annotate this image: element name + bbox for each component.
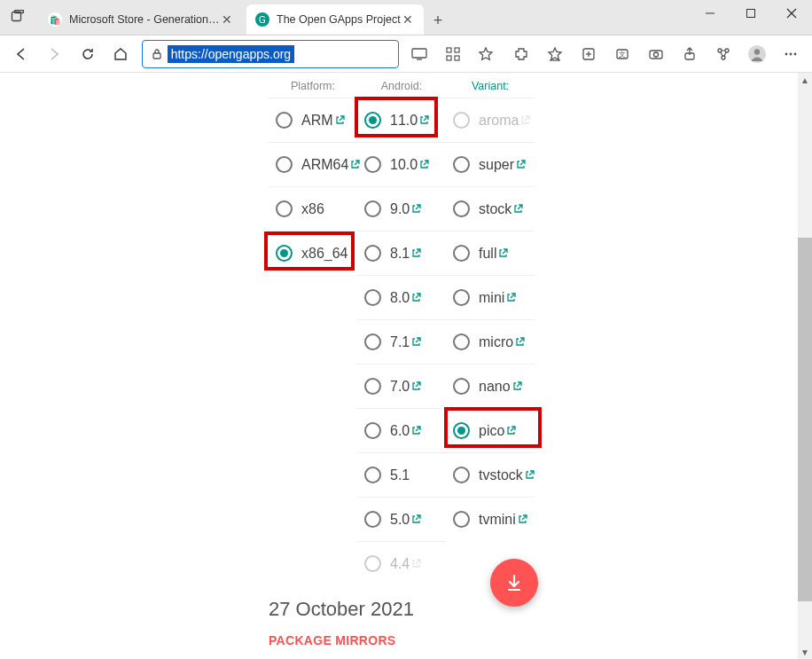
android-option-7-0[interactable]: 7.0: [357, 364, 446, 408]
platform-option-x86[interactable]: x86: [269, 186, 357, 231]
variant-option-full[interactable]: full: [446, 231, 535, 275]
tab-0[interactable]: 🛍️ Microsoft Store - Generation Pro ✕: [39, 4, 243, 35]
svg-rect-19: [650, 51, 662, 59]
variant-option-aroma: aroma: [446, 98, 535, 142]
variant-option-super[interactable]: super: [446, 142, 535, 186]
back-button[interactable]: [5, 38, 36, 70]
scrollbar-thumb[interactable]: [798, 238, 812, 601]
variant-label: aroma: [479, 113, 519, 129]
home-button[interactable]: [105, 38, 136, 70]
tab-0-close-icon[interactable]: ✕: [220, 12, 234, 27]
radio-icon: [364, 200, 381, 217]
qr-icon[interactable]: [437, 38, 468, 70]
android-option-11-0[interactable]: 11.0: [357, 98, 446, 142]
tab-1[interactable]: G The Open GApps Project ✕: [246, 4, 424, 35]
external-link-icon: [411, 514, 421, 524]
radio-icon: [276, 156, 293, 173]
page-viewport: Platform: Android: Variant: ARMARM64x86x…: [0, 73, 812, 659]
more-icon[interactable]: [775, 38, 807, 70]
variant-label: pico: [479, 423, 504, 439]
favicon-ms-store: 🛍️: [48, 12, 62, 27]
android-label: 9.0: [390, 201, 410, 217]
variant-option-mini[interactable]: mini: [446, 275, 535, 319]
desktop-mode-icon[interactable]: [404, 38, 435, 70]
new-tab-button[interactable]: +: [424, 6, 452, 35]
download-fab[interactable]: [490, 559, 538, 607]
titlebar: 🛍️ Microsoft Store - Generation Pro ✕ G …: [0, 0, 812, 35]
forward-button[interactable]: [38, 38, 69, 70]
tab-1-close-icon[interactable]: ✕: [401, 12, 415, 27]
svg-point-27: [785, 52, 788, 55]
radio-icon: [364, 511, 381, 528]
android-option-10-0[interactable]: 10.0: [357, 142, 446, 186]
header-platform: Platform:: [269, 80, 357, 92]
radio-icon: [276, 200, 293, 217]
read-aloud-icon[interactable]: 文: [606, 38, 638, 70]
collections-icon[interactable]: [573, 38, 605, 70]
android-option-6-0[interactable]: 6.0: [357, 408, 446, 452]
scrollbar-up-icon[interactable]: ▲: [798, 73, 812, 87]
android-option-5-0[interactable]: 5.0: [357, 497, 446, 541]
android-option-5-1[interactable]: 5.1: [357, 452, 446, 497]
variant-option-micro[interactable]: micro: [446, 319, 535, 364]
variant-label: mini: [479, 290, 504, 306]
sync-icon[interactable]: [707, 38, 739, 70]
favorites-icon[interactable]: [539, 38, 571, 70]
variant-option-tvmini[interactable]: tvmini: [446, 497, 535, 541]
external-link-icon: [516, 160, 526, 169]
minimize-button[interactable]: [690, 0, 730, 27]
radio-icon: [364, 555, 381, 572]
svg-rect-6: [153, 53, 160, 59]
svg-point-20: [653, 52, 658, 57]
android-option-8-1[interactable]: 8.1: [357, 231, 446, 275]
android-option-8-0[interactable]: 8.0: [357, 275, 446, 319]
lock-icon[interactable]: [146, 48, 168, 60]
radio-icon: [453, 511, 470, 528]
header-android: Android:: [357, 80, 446, 92]
address-bar[interactable]: https://opengapps.org: [142, 40, 399, 68]
profile-icon[interactable]: [741, 38, 773, 70]
radio-icon: [453, 333, 470, 350]
package-mirrors-link[interactable]: PACKAGE MIRRORS: [269, 633, 543, 647]
radio-icon: [453, 289, 470, 306]
radio-icon: [453, 112, 470, 129]
radio-icon: [453, 378, 470, 395]
tab-actions-icon[interactable]: [0, 0, 35, 35]
screenshot-icon[interactable]: [640, 38, 672, 70]
scrollbar-down-icon[interactable]: ▼: [798, 645, 812, 659]
variant-option-stock[interactable]: stock: [446, 186, 535, 231]
share-icon[interactable]: [674, 38, 706, 70]
address-url: https://opengapps.org: [168, 45, 294, 63]
platform-option-ARM64[interactable]: ARM64: [269, 142, 357, 186]
android-label: 8.1: [390, 246, 410, 262]
platform-option-ARM[interactable]: ARM: [269, 98, 357, 142]
android-option-9-0[interactable]: 9.0: [357, 186, 446, 231]
extensions-icon[interactable]: [505, 38, 537, 70]
col-variant: aromasuperstockfullminimicronanopicotvst…: [446, 98, 535, 585]
external-link-icon: [506, 426, 516, 435]
variant-label: tvstock: [479, 467, 523, 483]
maximize-button[interactable]: [730, 0, 771, 27]
external-link-icon: [411, 204, 421, 214]
external-link-icon: [515, 337, 525, 347]
column-headers: Platform: Android: Variant:: [269, 80, 543, 98]
platform-label: x86_64: [301, 246, 348, 262]
refresh-button[interactable]: [72, 38, 103, 70]
android-label: 5.0: [390, 512, 410, 528]
radio-icon: [364, 333, 381, 350]
variant-option-tvstock[interactable]: tvstock: [446, 452, 535, 497]
svg-point-29: [794, 52, 797, 55]
variant-option-nano[interactable]: nano: [446, 364, 535, 408]
tab-1-title: The Open GApps Project: [277, 13, 401, 26]
favicon-opengapps: G: [255, 12, 269, 27]
external-link-icon: [411, 426, 421, 435]
external-link-icon: [525, 470, 535, 480]
external-link-icon: [335, 115, 345, 125]
svg-rect-11: [447, 56, 451, 60]
favorite-add-icon[interactable]: [471, 38, 502, 70]
variant-option-pico[interactable]: pico: [446, 408, 535, 452]
close-window-button[interactable]: [771, 0, 812, 27]
external-link-icon: [411, 337, 421, 347]
android-option-7-1[interactable]: 7.1: [357, 319, 446, 364]
platform-option-x86_64[interactable]: x86_64: [269, 231, 357, 275]
